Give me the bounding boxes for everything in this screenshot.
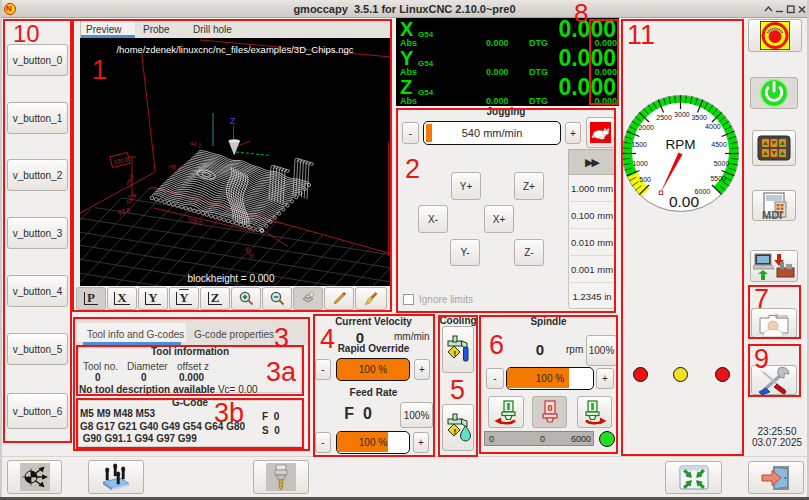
svg-text:MDI: MDI [762,209,782,221]
